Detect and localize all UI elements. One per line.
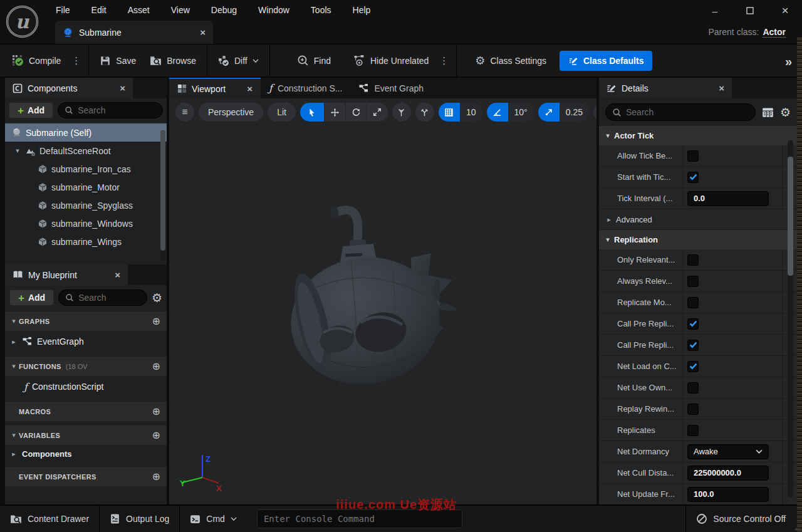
- find-button[interactable]: Find: [290, 44, 338, 76]
- viewport-toolbar-overflow[interactable]: »: [593, 103, 596, 122]
- tab-event-graph[interactable]: Event Graph: [350, 78, 432, 98]
- scale-snap-value[interactable]: 0.25: [560, 103, 589, 122]
- value-input[interactable]: 100.0: [687, 487, 769, 502]
- value-input[interactable]: 0.0: [687, 191, 769, 206]
- bp-section-variables[interactable]: ▾VARIABLES⊕: [5, 425, 167, 445]
- content-drawer-button[interactable]: Content Drawer: [0, 506, 99, 532]
- camera-mode-button[interactable]: Perspective: [199, 103, 263, 122]
- details-scrollbar[interactable]: [788, 140, 793, 498]
- compile-options-icon[interactable]: ⋮: [68, 55, 85, 66]
- add-event-dispatchers-icon[interactable]: ⊕: [152, 472, 160, 482]
- category-collapse-arrow[interactable]: ▾: [604, 236, 612, 244]
- component-tree-item-submarine-windows[interactable]: submarine_Windows: [5, 214, 167, 232]
- rotation-snap-toggle[interactable]: [487, 103, 508, 122]
- close-tab-icon[interactable]: ×: [200, 28, 206, 37]
- view-mode-button[interactable]: Lit: [268, 103, 296, 122]
- bp-section-event-dispatchers[interactable]: EVENT DISPATCHERS⊕: [5, 467, 167, 486]
- checkbox-unchecked[interactable]: [687, 404, 699, 415]
- menu-tools[interactable]: Tools: [300, 0, 342, 20]
- close-panel-icon[interactable]: ×: [120, 83, 125, 93]
- component-tree-item-submarine-iron-cas[interactable]: submarine_Iron_cas: [5, 160, 167, 178]
- component-tree-item-submarine-spyglass[interactable]: submarine_Spyglass: [5, 196, 167, 214]
- bp-item-constructionscript[interactable]: ƒConstructionScript: [5, 376, 167, 397]
- components-scrollbar[interactable]: [160, 130, 165, 261]
- source-control-button[interactable]: Source Control Off: [686, 506, 802, 532]
- rotation-snap-value[interactable]: 10°: [508, 103, 534, 122]
- component-tree-item-submarine-motor[interactable]: submarine_Motor: [5, 178, 167, 196]
- menu-edit[interactable]: Edit: [81, 0, 117, 20]
- my-blueprint-tab[interactable]: My Blueprint ×: [5, 264, 128, 285]
- scale-snap-toggle[interactable]: [538, 103, 560, 122]
- add-graphs-icon[interactable]: ⊕: [152, 316, 160, 326]
- section-collapse-arrow[interactable]: ▾: [10, 431, 18, 439]
- add-functions-icon[interactable]: ⊕: [152, 362, 160, 372]
- asset-tab-submarine[interactable]: Submarine ×: [55, 21, 213, 44]
- bp-item-eventgraph[interactable]: ▸EventGraph: [5, 331, 167, 352]
- item-expand-arrow[interactable]: ▸: [10, 338, 18, 346]
- components-search-input[interactable]: Search: [58, 102, 163, 118]
- details-search-input[interactable]: Search: [605, 103, 756, 121]
- dropdown-select[interactable]: Awake: [687, 444, 769, 459]
- checkbox-checked[interactable]: [687, 172, 699, 183]
- component-tree-item-submarine-self[interactable]: Submarine (Self): [5, 123, 167, 142]
- checkbox-unchecked[interactable]: [687, 382, 699, 394]
- checkbox-checked[interactable]: [687, 318, 699, 330]
- browse-button[interactable]: Browse: [143, 44, 203, 76]
- component-tree-item-submarine-wings[interactable]: submarine_Wings: [5, 232, 167, 251]
- checkbox-unchecked[interactable]: [687, 297, 699, 308]
- toolbar-overflow-button[interactable]: »: [785, 44, 792, 78]
- surface-snapping-button[interactable]: [415, 103, 434, 122]
- close-window-button[interactable]: ×: [779, 5, 791, 16]
- rotate-tool-button[interactable]: [345, 103, 367, 122]
- details-tab[interactable]: Details ×: [599, 78, 732, 98]
- viewport-3d[interactable]: ≡ Perspective Lit: [169, 98, 596, 504]
- scale-tool-button[interactable]: [367, 103, 388, 122]
- add-component-button[interactable]: + Add: [9, 102, 53, 118]
- menu-debug[interactable]: Debug: [200, 0, 247, 20]
- checkbox-unchecked[interactable]: [687, 276, 699, 287]
- bp-section-graphs[interactable]: ▾GRAPHS⊕: [5, 311, 167, 331]
- close-tab-icon[interactable]: ×: [247, 84, 253, 93]
- details-settings-gear-icon[interactable]: ⚙: [780, 107, 791, 118]
- components-tab[interactable]: Components ×: [5, 78, 133, 98]
- property-matrix-icon[interactable]: [762, 107, 774, 118]
- bp-item-components[interactable]: ▸Components: [5, 445, 167, 462]
- compile-button[interactable]: Compile: [5, 44, 68, 76]
- advanced-expander[interactable]: ▸Advanced: [599, 209, 797, 230]
- section-collapse-arrow[interactable]: ▾: [10, 362, 18, 370]
- tab-viewport[interactable]: Viewport×: [169, 78, 261, 98]
- viewport-menu-button[interactable]: ≡: [175, 103, 194, 122]
- category-actor-tick[interactable]: ▾Actor Tick: [599, 126, 797, 145]
- menu-asset[interactable]: Asset: [117, 0, 160, 20]
- menu-window[interactable]: Window: [247, 0, 300, 20]
- close-panel-icon[interactable]: ×: [115, 270, 120, 279]
- select-tool-button[interactable]: [300, 103, 324, 122]
- category-replication[interactable]: ▾Replication: [599, 230, 797, 249]
- category-collapse-arrow[interactable]: ▾: [604, 132, 612, 140]
- checkbox-checked[interactable]: [687, 361, 699, 372]
- tree-expand-arrow[interactable]: ▾: [14, 147, 21, 155]
- checkbox-checked[interactable]: [687, 340, 699, 351]
- checkbox-unchecked[interactable]: [687, 150, 699, 162]
- add-variables-icon[interactable]: ⊕: [152, 430, 160, 441]
- move-tool-button[interactable]: [324, 103, 345, 122]
- cmd-button[interactable]: Cmd: [180, 506, 247, 532]
- bp-search-input[interactable]: Search: [58, 289, 147, 306]
- save-button[interactable]: Save: [93, 44, 143, 76]
- hide-unrelated-button[interactable]: Hide Unrelated: [346, 44, 435, 76]
- value-input[interactable]: 225000000.0: [687, 466, 769, 481]
- close-panel-icon[interactable]: ×: [719, 83, 724, 93]
- item-expand-arrow[interactable]: ▸: [10, 450, 18, 458]
- checkbox-unchecked[interactable]: [687, 425, 699, 436]
- menu-help[interactable]: Help: [342, 0, 382, 20]
- parent-class-link[interactable]: Actor: [763, 27, 786, 38]
- bp-add-button[interactable]: + Add: [9, 289, 54, 306]
- diff-button[interactable]: Diff: [211, 44, 266, 76]
- grid-snap-toggle[interactable]: [439, 103, 460, 122]
- grid-snap-value[interactable]: 10: [460, 103, 482, 122]
- tab-construction-s[interactable]: ƒConstruction S...: [261, 78, 350, 98]
- menu-file[interactable]: File: [45, 0, 81, 20]
- bp-section-macros[interactable]: MACROS⊕: [5, 402, 167, 421]
- class-defaults-button[interactable]: Class Defaults: [560, 51, 652, 71]
- hide-unrelated-options-icon[interactable]: ⋮: [435, 55, 452, 66]
